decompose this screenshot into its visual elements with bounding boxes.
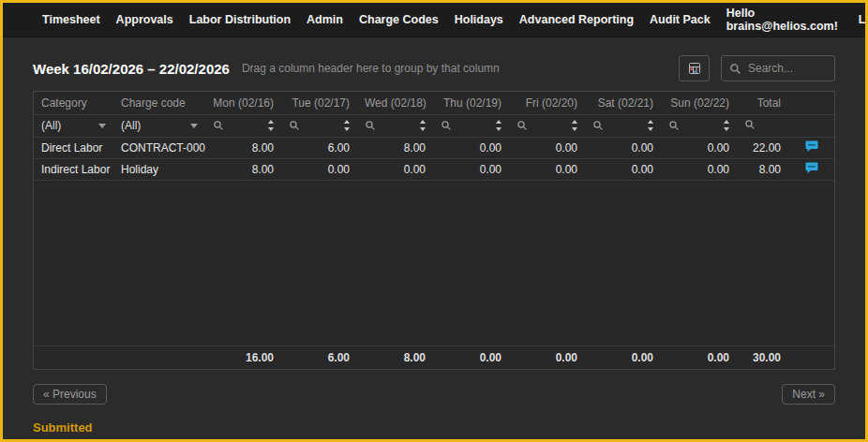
spin-down-icon[interactable]	[648, 127, 653, 131]
filter-operation-icon[interactable]	[289, 120, 300, 131]
top-nav: Timesheet Approvals Labor Distribution A…	[3, 3, 865, 37]
filter-cell-tue[interactable]	[281, 114, 357, 137]
filter-operation-icon[interactable]	[213, 120, 224, 131]
cell-category: Direct Labor	[34, 137, 113, 158]
nav-item-admin[interactable]: Admin	[307, 13, 343, 26]
cell-mon: 8.00	[205, 158, 281, 180]
cell-sun: 0.00	[661, 137, 737, 158]
total-thu: 0.00	[433, 346, 509, 370]
filter-operation-icon[interactable]	[744, 120, 756, 133]
status-badge: Submitted	[33, 420, 835, 435]
logout-button[interactable]: Logout	[859, 13, 868, 26]
cell-tue: 6.00	[281, 137, 357, 158]
spin-down-icon[interactable]	[420, 127, 426, 131]
cell-wed: 8.00	[357, 137, 433, 158]
column-header-charge-code[interactable]: Charge code	[113, 92, 205, 114]
cell-fri: 0.00	[509, 137, 585, 158]
week-pager: « Previous Next »	[33, 384, 835, 405]
table-row: Indirect Labor Holiday 8.00 0.00 0.00 0.…	[34, 158, 834, 180]
spin-down-icon[interactable]	[572, 127, 577, 131]
cell-thu: 0.00	[433, 137, 509, 158]
column-header-comments	[788, 92, 834, 114]
cell-thu: 0.00	[433, 158, 509, 180]
timesheet-grid: Category Charge code Mon (02/16) Tue (02…	[33, 91, 835, 370]
spin-down-icon[interactable]	[268, 127, 274, 131]
column-header-category[interactable]: Category	[34, 92, 113, 114]
search-input[interactable]	[748, 62, 827, 75]
spin-down-icon[interactable]	[724, 127, 729, 131]
cell-charge-code: Holiday	[113, 158, 205, 180]
column-header-tue[interactable]: Tue (02/17)	[281, 92, 357, 114]
toolbar: Week 16/02/2026 – 22/02/2026 Drag a colu…	[33, 54, 835, 82]
spin-down-icon[interactable]	[496, 127, 501, 131]
spin-up-icon[interactable]	[268, 120, 274, 124]
nav-item-holidays[interactable]: Holidays	[455, 13, 503, 26]
filter-cell-total[interactable]	[737, 114, 788, 137]
nav-item-approvals[interactable]: Approvals	[116, 13, 173, 26]
filter-cell-thu[interactable]	[433, 114, 509, 137]
total-sun: 0.00	[661, 346, 737, 370]
spin-down-icon[interactable]	[344, 127, 350, 131]
grand-total: 30.00	[737, 346, 788, 370]
column-header-thu[interactable]: Thu (02/19)	[433, 92, 509, 114]
nav-item-advanced-reporting[interactable]: Advanced Reporting	[519, 13, 634, 26]
filter-operation-icon[interactable]	[516, 120, 528, 131]
nav-item-timesheet[interactable]: Timesheet	[42, 13, 100, 26]
column-header-sat[interactable]: Sat (02/21)	[585, 92, 661, 114]
search-box	[721, 55, 835, 81]
spin-up-icon[interactable]	[724, 120, 729, 124]
comment-bubble-icon[interactable]	[805, 162, 818, 174]
chevron-down-icon	[190, 124, 198, 128]
cell-category: Indirect Labor	[34, 158, 113, 180]
total-wed: 8.00	[357, 346, 433, 370]
column-header-total[interactable]: Total	[737, 92, 788, 114]
filter-operation-icon[interactable]	[365, 120, 376, 131]
grid-empty-area	[34, 180, 834, 346]
filter-cell-wed[interactable]	[357, 114, 433, 137]
cell-sat: 0.00	[585, 137, 661, 158]
previous-week-button[interactable]: « Previous	[33, 384, 107, 405]
filter-cell-comments	[788, 114, 834, 137]
next-week-button[interactable]: Next »	[782, 384, 835, 405]
spin-up-icon[interactable]	[572, 120, 577, 124]
cell-mon: 8.00	[205, 137, 281, 158]
export-button[interactable]	[679, 55, 710, 81]
filter-cell-fri[interactable]	[509, 114, 585, 137]
nav-item-labor-distribution[interactable]: Labor Distribution	[189, 13, 291, 26]
cell-total: 22.00	[737, 137, 788, 158]
main-content: Week 16/02/2026 – 22/02/2026 Drag a colu…	[3, 54, 865, 435]
week-title: Week 16/02/2026 – 22/02/2026	[33, 61, 230, 77]
filter-operation-icon[interactable]	[592, 120, 604, 131]
filter-cell-mon[interactable]	[205, 114, 281, 137]
nav-item-audit-pack[interactable]: Audit Pack	[650, 13, 711, 26]
chevron-down-icon	[98, 124, 106, 128]
group-by-hint: Drag a column header here to group by th…	[242, 62, 500, 75]
total-fri: 0.00	[509, 346, 585, 370]
filter-operation-icon[interactable]	[668, 120, 680, 131]
user-greeting: Hello brains@helios.com!	[726, 7, 838, 33]
spin-up-icon[interactable]	[496, 120, 501, 124]
column-header-fri[interactable]: Fri (02/20)	[509, 92, 585, 114]
charge-code-filter-dropdown[interactable]: (All)	[113, 114, 205, 137]
column-header-row: Category Charge code Mon (02/16) Tue (02…	[34, 92, 834, 114]
total-mon: 16.00	[205, 346, 281, 370]
cell-fri: 0.00	[509, 158, 585, 180]
filter-cell-sun[interactable]	[661, 114, 737, 137]
category-filter-dropdown[interactable]: (All)	[34, 114, 113, 137]
spin-up-icon[interactable]	[344, 120, 350, 124]
total-sat: 0.00	[585, 346, 661, 370]
search-icon	[729, 63, 741, 75]
column-header-mon[interactable]: Mon (02/16)	[205, 92, 281, 114]
table-row: Direct Labor CONTRACT-0001 8.00 6.00 8.0…	[34, 137, 834, 158]
spin-up-icon[interactable]	[648, 120, 653, 124]
spin-up-icon[interactable]	[420, 120, 426, 124]
column-header-sun[interactable]: Sun (02/22)	[661, 92, 737, 114]
filter-cell-sat[interactable]	[585, 114, 661, 137]
column-header-wed[interactable]: Wed (02/18)	[357, 92, 433, 114]
nav-item-charge-codes[interactable]: Charge Codes	[359, 13, 439, 26]
total-tue: 6.00	[281, 346, 357, 370]
export-icon	[687, 61, 702, 76]
comment-bubble-icon[interactable]	[805, 140, 818, 153]
filter-operation-icon[interactable]	[441, 120, 452, 131]
cell-total: 8.00	[737, 158, 788, 180]
